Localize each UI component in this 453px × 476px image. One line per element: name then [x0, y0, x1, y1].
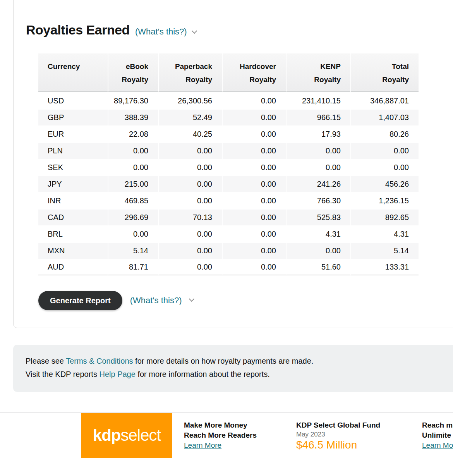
cell-hardcover: 0.00	[222, 92, 286, 109]
notice-line-1: Please see Terms & Conditions for more d…	[26, 354, 453, 368]
cell-hardcover: 0.00	[222, 192, 286, 209]
cell-currency: GBP	[38, 109, 108, 125]
cell-total: 0.00	[350, 159, 419, 175]
royalty-notice-box: Please see Terms & Conditions for more d…	[13, 345, 453, 392]
chevron-down-icon[interactable]	[192, 28, 197, 34]
cell-paperback: 0.00	[158, 175, 222, 192]
table-row: GBP 388.39 52.49 0.00 966.15 1,407.03	[38, 109, 419, 125]
global-fund-period: May 2023	[296, 430, 380, 439]
promo-line-2: Reach More Readers	[184, 430, 257, 440]
cell-paperback: 0.00	[158, 159, 222, 175]
table-row: USD 89,176.30 26,300.56 0.00 231,410.15 …	[38, 92, 419, 109]
cell-total: 346,887.01	[350, 92, 419, 109]
cell-total: 80.26	[350, 125, 419, 142]
royalties-earned-card: Royalties Earned (What's this?) Currency…	[13, 0, 453, 328]
cell-currency: SEK	[38, 159, 108, 175]
global-fund-amount: $46.5 Million	[296, 439, 380, 451]
royalties-table: Currency eBookRoyalty PaperbackRoyalty H…	[38, 53, 419, 275]
kdp-select-logo[interactable]: kdpselect	[81, 413, 172, 458]
cell-kenp: 231,410.15	[286, 92, 350, 109]
title-whats-this-link[interactable]: (What's this?)	[135, 27, 187, 37]
cell-ebook: 296.69	[108, 209, 158, 225]
cell-currency: BRL	[38, 225, 108, 242]
table-row: BRL 0.00 0.00 0.00 4.31 4.31	[38, 225, 419, 242]
generate-report-button[interactable]: Generate Report	[38, 291, 122, 310]
cell-currency: EUR	[38, 125, 108, 142]
cell-hardcover: 0.00	[222, 225, 286, 242]
cell-kenp: 766.30	[286, 192, 350, 209]
cell-paperback: 52.49	[158, 109, 222, 125]
banner-promo-column: Make More Money Reach More Readers Learn…	[184, 420, 257, 450]
report-whats-this-link[interactable]: (What's this?)	[130, 296, 182, 306]
cell-kenp: 4.31	[286, 225, 350, 242]
right-column-line-2: Unlimite	[422, 430, 453, 440]
table-row: INR 469.85 0.00 0.00 766.30 1,236.15	[38, 192, 419, 209]
notice-line-2: Visit the KDP reports Help Page for more…	[26, 368, 453, 381]
cell-ebook: 89,176.30	[108, 92, 158, 109]
page-title: Royalties Earned	[26, 22, 130, 38]
cell-currency: AUD	[38, 259, 108, 275]
cell-ebook: 0.00	[108, 225, 158, 242]
right-column-learn-more-link[interactable]: Learn Mo	[422, 440, 453, 450]
col-header-total-royalty: TotalRoyalty	[350, 53, 419, 92]
cell-kenp: 525.83	[286, 209, 350, 225]
table-row: JPY 215.00 0.00 0.00 241.26 456.26	[38, 175, 419, 192]
kdp-logo-text-light: select	[120, 426, 161, 445]
table-header-row: Currency eBookRoyalty PaperbackRoyalty H…	[38, 53, 419, 92]
right-column-line-1: Reach m	[422, 420, 453, 430]
cell-kenp: 0.00	[286, 242, 350, 259]
kdp-select-banner: kdpselect Make More Money Reach More Rea…	[0, 412, 453, 458]
cell-total: 892.65	[350, 209, 419, 225]
table-row: MXN 5.14 0.00 0.00 0.00 5.14	[38, 242, 419, 259]
cell-paperback: 0.00	[158, 142, 222, 159]
cell-currency: CAD	[38, 209, 108, 225]
cell-kenp: 51.60	[286, 259, 350, 275]
cell-paperback: 0.00	[158, 259, 222, 275]
cell-currency: INR	[38, 192, 108, 209]
chevron-down-icon[interactable]	[189, 296, 194, 302]
cell-total: 133.31	[350, 259, 419, 275]
cell-kenp: 0.00	[286, 142, 350, 159]
cell-ebook: 388.39	[108, 109, 158, 125]
terms-and-conditions-link[interactable]: Terms & Conditions	[66, 357, 133, 365]
cell-kenp: 0.00	[286, 159, 350, 175]
table-row: PLN 0.00 0.00 0.00 0.00 0.00	[38, 142, 419, 159]
cell-ebook: 469.85	[108, 192, 158, 209]
cell-total: 4.31	[350, 225, 419, 242]
cell-hardcover: 0.00	[222, 209, 286, 225]
col-header-currency: Currency	[38, 53, 108, 92]
cell-ebook: 0.00	[108, 142, 158, 159]
cell-hardcover: 0.00	[222, 159, 286, 175]
cell-kenp: 17.93	[286, 125, 350, 142]
cell-ebook: 5.14	[108, 242, 158, 259]
cell-ebook: 81.71	[108, 259, 158, 275]
cell-ebook: 215.00	[108, 175, 158, 192]
cell-currency: MXN	[38, 242, 108, 259]
cell-paperback: 26,300.56	[158, 92, 222, 109]
cell-total: 1,407.03	[350, 109, 419, 125]
col-header-paperback-royalty: PaperbackRoyalty	[158, 53, 222, 92]
cell-hardcover: 0.00	[222, 242, 286, 259]
col-header-kenp-royalty: KENPRoyalty	[286, 53, 350, 92]
cell-paperback: 0.00	[158, 225, 222, 242]
kdp-logo-text-bold: kdp	[93, 426, 121, 445]
table-row: CAD 296.69 70.13 0.00 525.83 892.65	[38, 209, 419, 225]
cell-total: 0.00	[350, 142, 419, 159]
table-row: EUR 22.08 40.25 0.00 17.93 80.26	[38, 125, 419, 142]
cell-ebook: 22.08	[108, 125, 158, 142]
help-page-link[interactable]: Help Page	[99, 370, 135, 378]
title-row: Royalties Earned (What's this?)	[26, 22, 453, 38]
cell-kenp: 241.26	[286, 175, 350, 192]
global-fund-title: KDP Select Global Fund	[296, 420, 380, 430]
cell-hardcover: 0.00	[222, 142, 286, 159]
cell-hardcover: 0.00	[222, 259, 286, 275]
cell-currency: PLN	[38, 142, 108, 159]
cell-hardcover: 0.00	[222, 125, 286, 142]
cell-kenp: 966.15	[286, 109, 350, 125]
banner-right-column: Reach m Unlimite Learn Mo	[422, 420, 453, 450]
promo-learn-more-link[interactable]: Learn More	[184, 440, 221, 450]
col-header-hardcover-royalty: HardcoverRoyalty	[222, 53, 286, 92]
cell-paperback: 70.13	[158, 209, 222, 225]
cell-paperback: 40.25	[158, 125, 222, 142]
col-header-ebook-royalty: eBookRoyalty	[108, 53, 158, 92]
